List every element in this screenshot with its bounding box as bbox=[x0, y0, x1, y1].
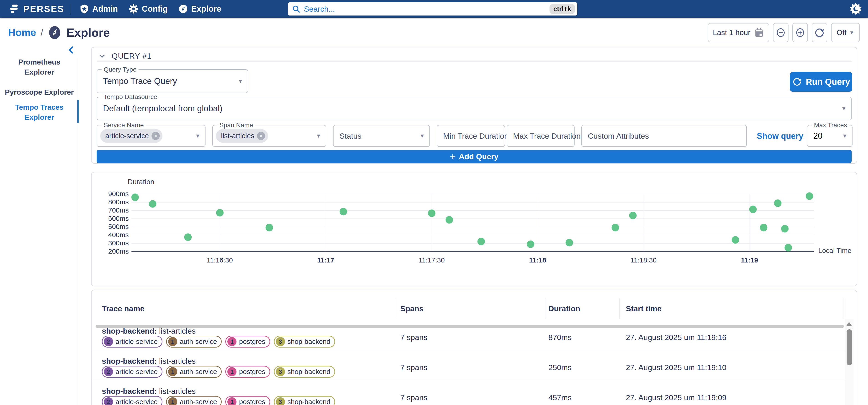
nav-explore[interactable]: Explore bbox=[178, 4, 221, 14]
run-query-label: Run Query bbox=[806, 77, 850, 87]
scatter-plot[interactable]: 11:16:3011:1711:17:3011:1811:18:3011:199… bbox=[92, 172, 857, 286]
refresh-interval-select[interactable]: Off ▼ bbox=[831, 23, 860, 42]
query-section-header[interactable]: QUERY #1 bbox=[98, 52, 152, 60]
run-query-button[interactable]: Run Query bbox=[790, 72, 852, 92]
trace-data-point[interactable] bbox=[445, 216, 453, 224]
trace-data-point[interactable] bbox=[806, 193, 813, 200]
trace-data-point[interactable] bbox=[566, 239, 573, 246]
trace-table-row[interactable]: shop-backend: list-articles2article-serv… bbox=[92, 381, 844, 405]
trace-name[interactable]: shop-backend: list-articles bbox=[102, 357, 196, 366]
chip-remove-icon[interactable]: × bbox=[257, 132, 265, 140]
trace-name[interactable]: shop-backend: list-articles bbox=[102, 326, 196, 336]
add-query-button[interactable]: + Add Query bbox=[97, 150, 851, 163]
custom-attributes-placeholder: Custom Attributes bbox=[588, 132, 649, 141]
plus-circle-icon bbox=[795, 27, 805, 38]
max-trace-duration-input[interactable]: Max Trace Duration bbox=[507, 125, 575, 147]
refresh-icon bbox=[814, 27, 825, 38]
service-badge-postgres: 1postgres bbox=[225, 366, 270, 378]
trace-duration: 870ms bbox=[548, 333, 571, 342]
breadcrumb-home-link[interactable]: Home bbox=[8, 27, 36, 38]
zoom-out-button[interactable] bbox=[773, 23, 788, 42]
trace-data-point[interactable] bbox=[340, 208, 347, 215]
query-type-select[interactable]: Query Type Tempo Trace Query ▼ bbox=[97, 69, 248, 93]
trace-data-point[interactable] bbox=[149, 200, 156, 207]
trace-duration: 457ms bbox=[548, 393, 571, 402]
max-traces-select[interactable]: Max Traces 20 ▼ bbox=[807, 125, 852, 147]
show-query-link[interactable]: Show query bbox=[757, 132, 803, 141]
trace-data-point[interactable] bbox=[760, 224, 767, 231]
search-input[interactable]: Search... ctrl+k bbox=[288, 2, 577, 16]
trace-start-time: 27. August 2025 um 11:19:10 bbox=[626, 363, 726, 372]
chip-remove-icon[interactable]: × bbox=[152, 132, 160, 140]
sidebar-item-prometheus-explorer[interactable]: Prometheus Explorer bbox=[16, 57, 63, 77]
service-badge-article-service: 2article-service bbox=[102, 366, 162, 378]
chevron-down-icon: ▼ bbox=[195, 133, 200, 139]
service-badge-label: auth-service bbox=[180, 338, 217, 346]
nav-admin[interactable]: Admin bbox=[79, 4, 118, 14]
service-badge-auth-service: 1auth-service bbox=[166, 336, 222, 348]
chevron-down-icon: ▼ bbox=[842, 133, 847, 139]
top-navbar: PERSES Admin Config Explore Search... ct… bbox=[0, 0, 868, 18]
trace-data-point[interactable] bbox=[612, 224, 619, 231]
service-span-count: 1 bbox=[168, 337, 177, 346]
nav-config[interactable]: Config bbox=[128, 4, 168, 14]
zoom-in-button[interactable] bbox=[793, 23, 808, 42]
service-name-select[interactable]: Service Name article-service × ▼ bbox=[97, 125, 206, 147]
breadcrumb-separator: / bbox=[40, 28, 43, 38]
chevron-down-icon: ▼ bbox=[238, 78, 243, 84]
refresh-button[interactable] bbox=[812, 23, 827, 42]
perses-brand[interactable]: PERSES bbox=[9, 4, 64, 14]
explore-compass-icon bbox=[48, 26, 62, 40]
brand-name: PERSES bbox=[23, 4, 64, 14]
trace-data-point[interactable] bbox=[428, 209, 435, 217]
trace-data-point[interactable] bbox=[216, 209, 223, 216]
span-name-select[interactable]: Span Name list-articles × ▼ bbox=[212, 125, 326, 147]
service-name-label: Service Name bbox=[102, 121, 146, 129]
nav-explore-label: Explore bbox=[191, 4, 221, 14]
trace-table-row[interactable]: shop-backend: list-articles2article-serv… bbox=[92, 351, 844, 381]
service-badge-label: shop-backend bbox=[287, 368, 330, 376]
trace-data-point[interactable] bbox=[477, 238, 485, 245]
scrollbar-up-arrow[interactable] bbox=[846, 322, 852, 326]
service-badge-article-service: 2article-service bbox=[102, 396, 162, 405]
x-tick-label: 11:18:30 bbox=[630, 256, 657, 264]
trace-data-point[interactable] bbox=[781, 225, 788, 233]
trace-data-point[interactable] bbox=[732, 236, 739, 243]
theme-toggle-button[interactable] bbox=[849, 2, 862, 15]
trace-table-row[interactable]: shop-backend: list-articles2article-serv… bbox=[92, 321, 844, 351]
min-trace-duration-input[interactable]: Min Trace Duration bbox=[437, 125, 505, 147]
search-icon bbox=[291, 4, 301, 13]
service-badge-article-service: 2article-service bbox=[102, 336, 162, 348]
vertical-scrollbar-thumb[interactable] bbox=[846, 329, 852, 365]
tempo-datasource-label: Tempo Datasource bbox=[102, 93, 159, 100]
trace-data-point[interactable] bbox=[184, 233, 192, 241]
trace-table-panel: Trace name Spans Duration Start time sho… bbox=[91, 290, 857, 405]
trace-data-point[interactable] bbox=[785, 244, 792, 252]
tempo-datasource-select[interactable]: Tempo Datasource Default (tempolocal fro… bbox=[97, 97, 851, 120]
sidebar-collapse-button[interactable] bbox=[67, 46, 76, 55]
y-tick-label: 500ms bbox=[92, 223, 129, 231]
sidebar-item-tempo-traces-explorer[interactable]: Tempo Traces Explorer bbox=[13, 102, 66, 122]
service-badge-shop-backend: 3shop-backend bbox=[274, 366, 335, 378]
chevron-down-icon: ▼ bbox=[316, 133, 321, 139]
sidebar-item-pyroscope-explorer[interactable]: Pyroscope Explorer bbox=[2, 87, 77, 97]
explorer-sidebar: Prometheus Explorer Pyroscope Explorer T… bbox=[0, 45, 79, 405]
trace-data-point[interactable] bbox=[527, 240, 534, 248]
service-span-count: 2 bbox=[104, 337, 113, 346]
trace-data-point[interactable] bbox=[774, 200, 781, 207]
trace-data-point[interactable] bbox=[266, 224, 273, 231]
y-gridline bbox=[131, 235, 814, 235]
trace-data-point[interactable] bbox=[629, 212, 637, 220]
chevron-down-icon: ▼ bbox=[420, 133, 425, 139]
page-title: Explore bbox=[66, 26, 110, 39]
service-badge-label: postgres bbox=[239, 338, 265, 346]
trace-data-point[interactable] bbox=[131, 194, 139, 201]
time-range-button[interactable]: Last 1 hour bbox=[708, 23, 769, 42]
trace-name[interactable]: shop-backend: list-articles bbox=[102, 387, 196, 396]
nav-admin-label: Admin bbox=[92, 4, 118, 14]
add-query-label: Add Query bbox=[459, 152, 498, 161]
trace-data-point[interactable] bbox=[749, 206, 757, 213]
status-select[interactable]: Status ▼ bbox=[333, 125, 430, 147]
custom-attributes-input[interactable]: Custom Attributes bbox=[581, 125, 747, 147]
col-spans: Spans bbox=[400, 304, 424, 313]
